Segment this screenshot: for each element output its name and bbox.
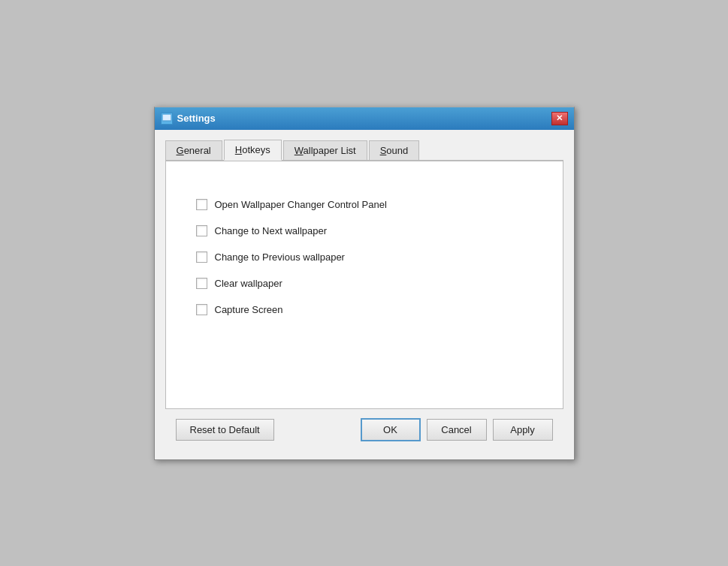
ok-button[interactable]: OK: [361, 418, 421, 441]
tab-hotkeys-label: Hotkeys: [235, 144, 270, 155]
checkbox-clear-wallpaper[interactable]: [196, 278, 207, 289]
settings-window: Settings ✕ General Hotkeys Wallpaper Lis…: [154, 107, 575, 460]
hotkey-label-capture-screen: Capture Screen: [215, 304, 283, 315]
tab-wallpaper-list-label: Wallpaper List: [295, 145, 356, 156]
cancel-button[interactable]: Cancel: [427, 419, 487, 441]
hotkey-item-change-previous[interactable]: Change to Previous wallpaper: [196, 251, 533, 263]
hotkey-label-change-previous: Change to Previous wallpaper: [215, 251, 345, 263]
hotkeys-list: Open Wallpaper Changer Control Panel Cha…: [181, 176, 548, 330]
tab-general[interactable]: General: [165, 140, 222, 160]
checkbox-open-control-panel[interactable]: [196, 199, 207, 210]
tab-sound-label: Sound: [380, 145, 409, 156]
svg-rect-1: [163, 115, 171, 120]
hotkey-item-open-control-panel[interactable]: Open Wallpaper Changer Control Panel: [196, 199, 533, 210]
apply-button[interactable]: Apply: [493, 419, 553, 441]
tab-hotkeys[interactable]: Hotkeys: [224, 140, 282, 161]
reset-to-default-button[interactable]: Reset to Default: [176, 419, 274, 441]
checkbox-change-next[interactable]: [196, 225, 207, 236]
hotkey-label-open-control-panel: Open Wallpaper Changer Control Panel: [215, 199, 387, 210]
window-icon: [161, 113, 173, 125]
close-button[interactable]: ✕: [551, 112, 568, 125]
tab-general-label: General: [177, 145, 211, 156]
tabs-container: General Hotkeys Wallpaper List Sound: [165, 139, 563, 161]
hotkey-item-clear-wallpaper[interactable]: Clear wallpaper: [196, 278, 533, 289]
checkbox-change-previous[interactable]: [196, 251, 207, 263]
hotkey-label-change-next: Change to Next wallpaper: [215, 225, 328, 236]
tab-sound[interactable]: Sound: [369, 140, 420, 160]
tab-wallpaper-list[interactable]: Wallpaper List: [283, 140, 367, 160]
bottom-bar: Reset to Default OK Cancel Apply: [165, 409, 563, 450]
hotkey-label-clear-wallpaper: Clear wallpaper: [215, 278, 282, 289]
checkbox-capture-screen[interactable]: [196, 304, 207, 315]
title-bar: Settings ✕: [155, 107, 574, 130]
content-panel: Open Wallpaper Changer Control Panel Cha…: [165, 161, 563, 409]
hotkey-item-capture-screen[interactable]: Capture Screen: [196, 304, 533, 315]
hotkey-item-change-next[interactable]: Change to Next wallpaper: [196, 225, 533, 236]
window-body: General Hotkeys Wallpaper List Sound Ope…: [155, 130, 574, 459]
window-title: Settings: [177, 113, 216, 124]
